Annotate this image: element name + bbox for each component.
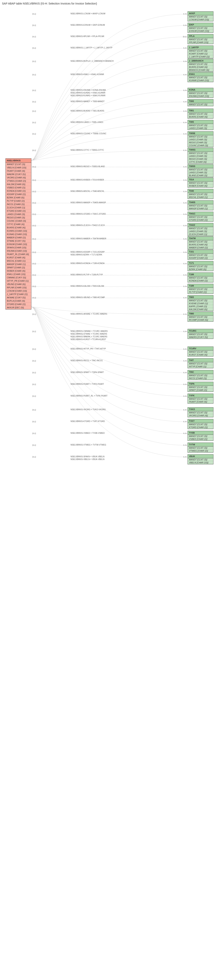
ref-field: KTGRD [CHAR (2)] xyxy=(188,426,213,429)
ref-field: EXNUM [CHAR (10)] xyxy=(188,30,213,33)
ref-entity: T005GMANDT [CLNT (3)]LAND1 [CHAR (3)]REG… xyxy=(188,148,213,164)
ref-field: BUKRS [CHAR (4)] xyxy=(188,115,213,118)
ref-entity: J_1BBRANCHMANDT [CLNT (3)]BUKRS [CHAR (4… xyxy=(188,59,213,72)
ref-entity-header: KNA1 xyxy=(188,72,213,76)
main-field: AKKUR [DEC (9)] xyxy=(6,306,31,309)
cardinality-right: 0..N xyxy=(183,262,186,265)
ref-entity-header: T880 xyxy=(188,312,213,315)
ref-field: COUNC [CHAR (3)] xyxy=(188,144,213,147)
ref-entity: T880MANDT [CLNT (3)]RCOMP [CHAR (6)] xyxy=(188,312,213,321)
relation-label: NSELVBRKIS-KUNAG = KNA1-KUNNR xyxy=(70,92,105,94)
relation-label: NSELVBRKIS-VBUND = T880-RCOMP xyxy=(70,296,105,299)
ref-entity-header: T040 xyxy=(188,189,213,193)
relation-label: NSELVBRKIS-KDGRP = T151-KDGRP xyxy=(70,251,105,253)
main-field: VBELN [CHAR (10)] xyxy=(6,166,31,169)
relation-label: NSELVBRKIS-KONDA = T188-KONDA xyxy=(70,262,105,264)
ref-entity: T189MANDT [CLNT (3)]PLTYP [CHAR (2)] xyxy=(188,284,213,294)
main-field: VKORG [CHAR (4)] xyxy=(6,176,31,179)
ref-entity: KNA1MANDT [CLNT (3)]KUNNR [CHAR (10)] xyxy=(188,72,213,82)
relation-label: NSELVBRKIS-CMWAE = TCURC-WAERS xyxy=(70,330,108,332)
relation-label: NSELVBRKIS-RPLNR = FPLA-FPLNR xyxy=(70,35,104,37)
cardinality-right: 0..N xyxy=(183,224,186,227)
main-field: KUNRG [CHAR (10)] xyxy=(6,229,31,233)
cardinality-right: 0..N xyxy=(183,297,186,299)
main-field: KUNAG [CHAR (10)] xyxy=(6,233,31,236)
ref-field: MANDT [CLNT (3)] xyxy=(188,254,213,256)
cardinality-right: 0..N xyxy=(183,274,186,276)
cardinality-left: {0,1} xyxy=(32,395,36,397)
cardinality-left: {0,1} xyxy=(32,36,36,38)
relation-label: NSELVBRKIS-KTGRD = TVKT-KTGRD xyxy=(70,420,105,422)
ref-field: LAND1 [CHAR (3)] xyxy=(188,230,213,233)
relation-label: NSELVBRKIS-AKWAE = TCURC-WAERS xyxy=(70,313,107,315)
cardinality-right: 0..N xyxy=(183,409,186,411)
main-field: INCO1 [CHAR (3)] xyxy=(6,203,31,206)
ref-field: VSBED [CHAR (2)] xyxy=(188,438,213,441)
ref-entity-header: THIT xyxy=(188,358,213,362)
ref-field: SPART [CHAR (2)] xyxy=(188,389,213,391)
relation-label: NSELVBRKIS-MANDT = T000-MANDT xyxy=(70,100,105,102)
ref-field: KDGRP [CHAR (2)] xyxy=(188,256,213,259)
main-field: EXNUM [CHAR (10)] xyxy=(6,243,31,246)
ref-field: LAND1 [CHAR (3)] xyxy=(188,127,213,130)
ref-field: MANDT [CLNT (3)] xyxy=(188,124,213,127)
ref-entity-header: T041C xyxy=(188,212,213,216)
relation-label: NSELVBRKIS-EXNUM = EIKP-EXNUM xyxy=(70,24,105,26)
main-field: J_1AFITP [CHAR (2)] xyxy=(6,293,31,296)
main-field: KDGRP [CHAR (2)] xyxy=(6,192,31,196)
cardinality-right: 0..N xyxy=(183,89,186,91)
cardinality-right: 0..N xyxy=(183,60,186,62)
ref-entity: T001MANDT [CLNT (3)]BUKRS [CHAR (4)] xyxy=(188,108,213,119)
ref-entity-header: EIKP xyxy=(188,23,213,27)
main-entity: NSELVBRKISMANDT [CLNT (3)]VBELN [CHAR (1… xyxy=(5,158,31,310)
cardinality-left: {0,1} xyxy=(32,202,36,204)
ref-field: MANDT [CLNT (3)] xyxy=(188,92,213,95)
cardinality-right: 0..N xyxy=(183,179,186,181)
main-field: CMWAE [CUKY (5)] xyxy=(6,276,31,279)
cardinality-left: {0,1} xyxy=(32,433,36,434)
cardinality-right: 0..N xyxy=(183,285,186,287)
ref-field: VBELN [CHAR (10)] xyxy=(188,461,213,464)
cardinality-left: {0,1} xyxy=(32,150,36,151)
ref-entity-header: AKKP xyxy=(188,11,213,15)
ref-entity: T014MANDT [CLNT (3)]KKBER [CHAR (4)] xyxy=(188,178,213,188)
ref-field: MANDT [CLNT (3)] xyxy=(188,288,213,291)
ref-field: LCNUM [CHAR (10)] xyxy=(188,18,213,21)
cardinality-left: {0,1} xyxy=(32,383,36,385)
cardinality-right: 0..N xyxy=(183,456,186,458)
ref-entity-header: KONA xyxy=(188,88,213,92)
ref-field: HITYP [CHAR (1)] xyxy=(188,365,213,368)
relation-label: NSELVBRKIS-MANSP = T040S-MANSP xyxy=(70,202,106,204)
main-field: KKBER [CHAR (4)] xyxy=(6,269,31,273)
relation-label: NSELVBRKIS-FKART_RL = TVFK-FKART xyxy=(70,395,108,397)
ref-field: MANDT [CLNT (3)] xyxy=(188,398,213,401)
ref-entity: T040SMANDT [CLNT (3)]MANSP [CHAR (1)] xyxy=(188,200,213,210)
ref-field: MANDT [CLNT (3)] xyxy=(188,411,213,414)
ref-field: LAND1 [CHAR (3)] xyxy=(188,154,213,158)
cardinality-right: 0..N xyxy=(183,383,186,385)
relation-label: NSELVBRKIS-INCO1 = TINC-INCO1 xyxy=(70,360,103,362)
relation-label: NSELVBRKIS-KKBER = T014-KKBER xyxy=(70,179,104,181)
ref-entity: TVSBMANDT [CLNT (3)]VSBED [CHAR (2)] xyxy=(188,431,213,441)
relation-label: NSELVBRKIS-REGIO = T005S-BLAND xyxy=(70,165,105,167)
ref-field: MANDT [CLNT (3)] xyxy=(188,276,213,279)
ref-field: FPLNR [CHAR (10)] xyxy=(188,41,213,44)
ref-entity: T005SMANDT [CLNT (3)]LAND1 [CHAR (3)]BLA… xyxy=(188,164,213,177)
ref-field: MANDT [CLNT (3)] xyxy=(188,299,213,302)
main-entity-header: NSELVBRKIS xyxy=(6,159,31,163)
ref-field: MANDT [CLNT (3)] xyxy=(188,386,213,389)
cardinality-right: 0..N xyxy=(183,360,186,362)
ref-field: MANDT [CLNT (3)] xyxy=(188,374,213,377)
ref-field: VKORG [CHAR (4)] xyxy=(188,414,213,417)
cardinality-right: 0..N xyxy=(183,166,186,168)
ref-field: MSCHL [CHAR (1)] xyxy=(188,196,213,199)
ref-field: VTWEG [CHAR (2)] xyxy=(188,449,213,452)
cardinality-left: {0,1} xyxy=(32,24,36,26)
main-field: SFAKN [CHAR (10)] xyxy=(6,246,31,249)
relation-label: NSELVBRKIS-ZLSCH = T042Z-ZLSCH xyxy=(70,224,105,226)
cardinality-right: 0..N xyxy=(183,24,186,26)
ref-field: CITYC [CHAR (4)] xyxy=(188,161,213,164)
cardinality-right: {0,1} xyxy=(183,36,186,38)
ref-entity-header: T040S xyxy=(188,200,213,204)
cardinality-left: {0,1} xyxy=(32,47,36,49)
